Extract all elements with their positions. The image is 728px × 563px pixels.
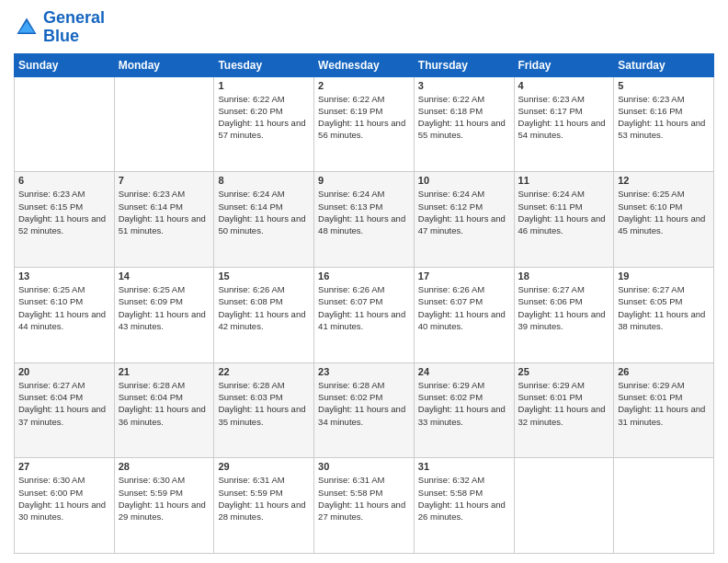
calendar: SundayMondayTuesdayWednesdayThursdayFrid… — [14, 53, 714, 554]
day-number: 6 — [18, 175, 110, 186]
day-number: 26 — [618, 366, 710, 377]
calendar-cell: 28Sunrise: 6:30 AM Sunset: 5:59 PM Dayli… — [114, 458, 214, 554]
day-number: 4 — [518, 80, 610, 91]
day-info: Sunrise: 6:24 AM Sunset: 6:11 PM Dayligh… — [518, 188, 610, 236]
calendar-cell: 20Sunrise: 6:27 AM Sunset: 6:04 PM Dayli… — [15, 362, 115, 458]
day-number: 12 — [618, 175, 710, 186]
calendar-cell: 22Sunrise: 6:28 AM Sunset: 6:03 PM Dayli… — [214, 362, 314, 458]
day-number: 16 — [318, 270, 410, 282]
day-info: Sunrise: 6:28 AM Sunset: 6:04 PM Dayligh… — [119, 379, 210, 428]
day-info: Sunrise: 6:30 AM Sunset: 6:00 PM Dayligh… — [18, 474, 110, 523]
day-number: 8 — [218, 175, 310, 186]
calendar-cell: 21Sunrise: 6:28 AM Sunset: 6:04 PM Dayli… — [114, 362, 214, 458]
calendar-cell — [114, 76, 214, 172]
calendar-cell: 4Sunrise: 6:23 AM Sunset: 6:17 PM Daylig… — [514, 76, 614, 172]
day-info: Sunrise: 6:31 AM Sunset: 5:58 PM Dayligh… — [318, 474, 410, 523]
day-info: Sunrise: 6:22 AM Sunset: 6:19 PM Dayligh… — [318, 93, 410, 142]
day-number: 3 — [418, 80, 510, 91]
calendar-cell: 5Sunrise: 6:23 AM Sunset: 6:16 PM Daylig… — [614, 76, 714, 172]
logo-text: General Blue — [43, 9, 105, 46]
calendar-week-3: 20Sunrise: 6:27 AM Sunset: 6:04 PM Dayli… — [15, 362, 714, 458]
calendar-cell: 15Sunrise: 6:26 AM Sunset: 6:08 PM Dayli… — [214, 267, 314, 362]
day-number: 22 — [218, 366, 310, 377]
calendar-cell: 29Sunrise: 6:31 AM Sunset: 5:59 PM Dayli… — [214, 458, 314, 554]
calendar-week-0: 1Sunrise: 6:22 AM Sunset: 6:20 PM Daylig… — [15, 76, 714, 172]
day-number: 17 — [418, 270, 510, 282]
calendar-cell: 1Sunrise: 6:22 AM Sunset: 6:20 PM Daylig… — [214, 76, 314, 172]
day-number: 20 — [18, 366, 110, 377]
day-number: 14 — [119, 270, 210, 282]
calendar-cell: 26Sunrise: 6:29 AM Sunset: 6:01 PM Dayli… — [614, 362, 714, 458]
day-number: 9 — [318, 175, 410, 186]
calendar-week-2: 13Sunrise: 6:25 AM Sunset: 6:10 PM Dayli… — [15, 267, 714, 362]
calendar-cell: 8Sunrise: 6:24 AM Sunset: 6:14 PM Daylig… — [214, 172, 314, 268]
calendar-cell: 2Sunrise: 6:22 AM Sunset: 6:19 PM Daylig… — [314, 76, 415, 172]
calendar-header-saturday: Saturday — [614, 53, 714, 76]
day-info: Sunrise: 6:23 AM Sunset: 6:15 PM Dayligh… — [18, 188, 110, 236]
calendar-cell: 12Sunrise: 6:25 AM Sunset: 6:10 PM Dayli… — [614, 172, 714, 268]
calendar-cell — [514, 458, 614, 554]
day-info: Sunrise: 6:24 AM Sunset: 6:13 PM Dayligh… — [318, 188, 410, 236]
day-info: Sunrise: 6:29 AM Sunset: 6:01 PM Dayligh… — [518, 379, 610, 428]
day-info: Sunrise: 6:22 AM Sunset: 6:18 PM Dayligh… — [418, 93, 510, 142]
day-number: 29 — [218, 461, 310, 472]
calendar-cell: 7Sunrise: 6:23 AM Sunset: 6:14 PM Daylig… — [114, 172, 214, 268]
day-number: 1 — [218, 80, 310, 91]
calendar-header-thursday: Thursday — [414, 53, 514, 76]
calendar-week-1: 6Sunrise: 6:23 AM Sunset: 6:15 PM Daylig… — [15, 172, 714, 268]
day-number: 10 — [418, 175, 510, 186]
day-info: Sunrise: 6:25 AM Sunset: 6:09 PM Dayligh… — [119, 283, 210, 332]
day-info: Sunrise: 6:27 AM Sunset: 6:05 PM Dayligh… — [618, 283, 710, 332]
day-info: Sunrise: 6:27 AM Sunset: 6:06 PM Dayligh… — [518, 283, 610, 332]
day-info: Sunrise: 6:24 AM Sunset: 6:12 PM Dayligh… — [418, 188, 510, 236]
day-number: 5 — [618, 80, 710, 91]
day-number: 21 — [119, 366, 210, 377]
day-info: Sunrise: 6:25 AM Sunset: 6:10 PM Dayligh… — [618, 188, 710, 236]
calendar-cell: 25Sunrise: 6:29 AM Sunset: 6:01 PM Dayli… — [514, 362, 614, 458]
calendar-cell: 17Sunrise: 6:26 AM Sunset: 6:07 PM Dayli… — [414, 267, 514, 362]
calendar-cell: 19Sunrise: 6:27 AM Sunset: 6:05 PM Dayli… — [614, 267, 714, 362]
header: General Blue — [14, 9, 714, 46]
day-info: Sunrise: 6:26 AM Sunset: 6:08 PM Dayligh… — [218, 283, 310, 332]
calendar-cell: 16Sunrise: 6:26 AM Sunset: 6:07 PM Dayli… — [314, 267, 415, 362]
day-number: 18 — [518, 270, 610, 282]
calendar-header-sunday: Sunday — [15, 53, 115, 76]
day-number: 24 — [418, 366, 510, 377]
calendar-cell: 18Sunrise: 6:27 AM Sunset: 6:06 PM Dayli… — [514, 267, 614, 362]
day-number: 27 — [18, 461, 110, 472]
calendar-cell: 14Sunrise: 6:25 AM Sunset: 6:09 PM Dayli… — [114, 267, 214, 362]
day-info: Sunrise: 6:31 AM Sunset: 5:59 PM Dayligh… — [218, 474, 310, 523]
day-info: Sunrise: 6:30 AM Sunset: 5:59 PM Dayligh… — [119, 474, 210, 523]
calendar-cell — [614, 458, 714, 554]
day-info: Sunrise: 6:29 AM Sunset: 6:01 PM Dayligh… — [618, 379, 710, 428]
day-number: 2 — [318, 80, 410, 91]
calendar-header-tuesday: Tuesday — [214, 53, 314, 76]
page: General Blue SundayMondayTuesdayWednesda… — [0, 0, 728, 563]
calendar-cell: 23Sunrise: 6:28 AM Sunset: 6:02 PM Dayli… — [314, 362, 415, 458]
calendar-cell — [15, 76, 115, 172]
calendar-cell: 31Sunrise: 6:32 AM Sunset: 5:58 PM Dayli… — [414, 458, 514, 554]
day-info: Sunrise: 6:29 AM Sunset: 6:02 PM Dayligh… — [418, 379, 510, 428]
day-number: 11 — [518, 175, 610, 186]
day-info: Sunrise: 6:27 AM Sunset: 6:04 PM Dayligh… — [18, 379, 110, 428]
logo: General Blue — [14, 9, 105, 46]
calendar-cell: 13Sunrise: 6:25 AM Sunset: 6:10 PM Dayli… — [15, 267, 115, 362]
day-number: 25 — [518, 366, 610, 377]
day-info: Sunrise: 6:32 AM Sunset: 5:58 PM Dayligh… — [418, 474, 510, 523]
calendar-header-row: SundayMondayTuesdayWednesdayThursdayFrid… — [15, 53, 714, 76]
calendar-header-wednesday: Wednesday — [314, 53, 415, 76]
day-number: 28 — [119, 461, 210, 472]
day-info: Sunrise: 6:23 AM Sunset: 6:14 PM Dayligh… — [119, 188, 210, 236]
day-number: 31 — [418, 461, 510, 472]
day-info: Sunrise: 6:26 AM Sunset: 6:07 PM Dayligh… — [318, 283, 410, 332]
calendar-cell: 9Sunrise: 6:24 AM Sunset: 6:13 PM Daylig… — [314, 172, 415, 268]
day-info: Sunrise: 6:24 AM Sunset: 6:14 PM Dayligh… — [218, 188, 310, 236]
day-info: Sunrise: 6:23 AM Sunset: 6:17 PM Dayligh… — [518, 93, 610, 142]
day-info: Sunrise: 6:23 AM Sunset: 6:16 PM Dayligh… — [618, 93, 710, 142]
calendar-cell: 27Sunrise: 6:30 AM Sunset: 6:00 PM Dayli… — [15, 458, 115, 554]
day-number: 19 — [618, 270, 710, 282]
day-info: Sunrise: 6:26 AM Sunset: 6:07 PM Dayligh… — [418, 283, 510, 332]
calendar-cell: 3Sunrise: 6:22 AM Sunset: 6:18 PM Daylig… — [414, 76, 514, 172]
calendar-header-monday: Monday — [114, 53, 214, 76]
day-info: Sunrise: 6:25 AM Sunset: 6:10 PM Dayligh… — [18, 283, 110, 332]
